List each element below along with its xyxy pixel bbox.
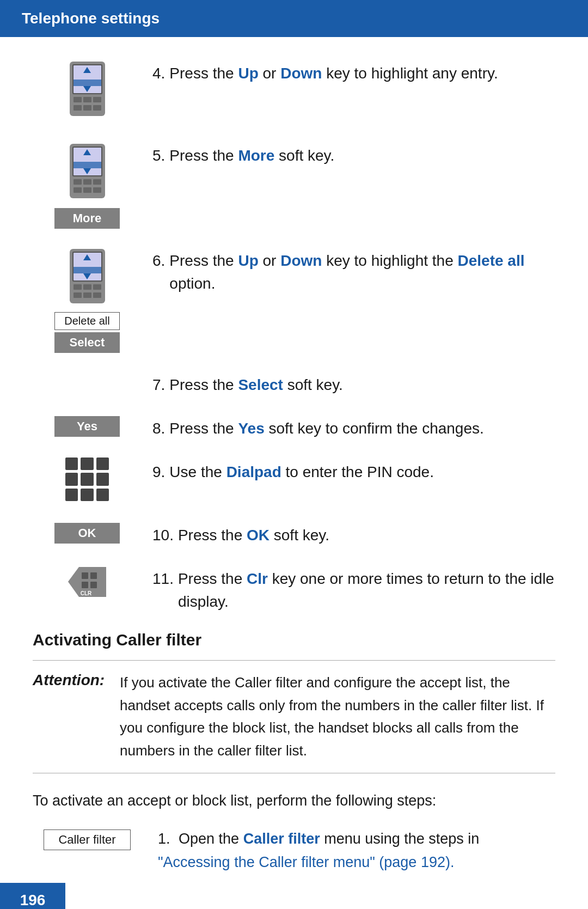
step-9-number: 9. xyxy=(152,461,165,484)
step-4-instruction: Press the Up or Down key to highlight an… xyxy=(169,62,498,85)
svg-rect-6 xyxy=(93,97,101,102)
step-5-instruction: Press the More soft key. xyxy=(169,144,334,167)
step-10-row: OK 10. Press the OK soft key. xyxy=(33,521,555,547)
svg-rect-28 xyxy=(74,284,82,290)
step-4-number: 4. xyxy=(152,62,165,85)
svg-rect-37 xyxy=(82,572,88,579)
step-5-row: More 5. Press the More soft key. xyxy=(33,141,555,229)
svg-rect-38 xyxy=(90,572,97,579)
step-4-text: 4. Press the Up or Down key to highlight… xyxy=(142,59,555,85)
attention-label: Attention: xyxy=(33,672,120,689)
step-9-content: 9. Use the Dialpad to enter the PIN code… xyxy=(152,461,555,484)
step-7-row: 7. Press the Select soft key. xyxy=(33,370,555,396)
step-5-icon-col: More xyxy=(33,141,142,229)
content-area: 4. Press the Up or Down key to highlight… xyxy=(0,59,588,909)
step-4-down-key: Down xyxy=(280,65,322,82)
caller-filter-instruction: Open the Caller filter menu using the st… xyxy=(158,831,479,870)
svg-rect-19 xyxy=(74,187,82,193)
step-6-content: 6. Press the Up or Down key to highlight… xyxy=(152,249,555,295)
page-title: Telephone settings xyxy=(22,10,160,27)
step-11-row: CLR 11. Press the Clr key one or more ti… xyxy=(33,564,555,613)
step-4-icon-stack xyxy=(62,59,113,124)
caller-filter-link[interactable]: "Accessing the Caller filter menu" (page… xyxy=(158,854,454,870)
ok-softkey: OK xyxy=(54,523,120,544)
step-10-text: 10. Press the OK soft key. xyxy=(142,521,555,547)
svg-rect-21 xyxy=(93,187,101,193)
step-10-content: 10. Press the OK soft key. xyxy=(152,524,555,547)
step-6-up-key: Up xyxy=(238,252,258,269)
svg-rect-32 xyxy=(83,292,91,298)
step-6-down-key: Down xyxy=(280,252,322,269)
svg-rect-39 xyxy=(82,582,88,588)
dialpad-key-4 xyxy=(65,473,78,485)
step-11-clr-key: Clr xyxy=(247,570,268,587)
page-footer: 196 xyxy=(0,883,65,909)
caller-filter-text: 1. Open the Caller filter menu using the… xyxy=(142,827,555,874)
svg-rect-27 xyxy=(74,267,101,273)
svg-rect-29 xyxy=(83,284,91,290)
step-5-content: 5. Press the More soft key. xyxy=(152,144,555,167)
caller-filter-step-number: 1. xyxy=(158,831,170,847)
step-8-number: 8. xyxy=(152,417,165,440)
caller-filter-row: Caller filter 1. Open the Caller filter … xyxy=(33,827,555,874)
step-4-icon-col xyxy=(33,59,142,124)
more-softkey: More xyxy=(54,208,120,229)
svg-rect-30 xyxy=(93,284,101,290)
step-6-instruction: Press the Up or Down key to highlight th… xyxy=(169,249,555,295)
phone-icon-step6 xyxy=(62,246,113,309)
caller-filter-box: Caller filter xyxy=(44,829,131,850)
step-9-dialpad-key: Dialpad xyxy=(226,463,281,480)
step-8-text: 8. Press the Yes soft key to confirm the… xyxy=(142,414,555,440)
step-6-delete-all: Delete all xyxy=(457,252,524,269)
dialpad-key-8 xyxy=(81,489,93,501)
step-8-instruction: Press the Yes soft key to confirm the ch… xyxy=(169,417,483,440)
step-6-text: 6. Press the Up or Down key to highlight… xyxy=(142,246,555,295)
step-5-text: 5. Press the More soft key. xyxy=(142,141,555,167)
section-heading: Activating Caller filter xyxy=(33,631,555,649)
intro-paragraph: To activate an accept or block list, per… xyxy=(33,790,555,812)
attention-text: If you activate the Caller filter and co… xyxy=(120,672,555,762)
select-softkey: Select xyxy=(54,332,120,353)
page-header: Telephone settings xyxy=(0,0,588,37)
step-6-icon-col: Delete all Select xyxy=(33,246,142,353)
phone-icon-step4 xyxy=(62,59,113,121)
step-8-row: Yes 8. Press the Yes soft key to confirm… xyxy=(33,414,555,440)
step-6-icon-stack: Delete all Select xyxy=(54,246,120,353)
step-7-number: 7. xyxy=(152,374,165,396)
step-5-more-key: More xyxy=(238,147,274,164)
step-4-row: 4. Press the Up or Down key to highlight… xyxy=(33,59,555,124)
step-10-ok-key: OK xyxy=(247,527,270,544)
svg-rect-3 xyxy=(74,80,101,86)
phone-icon-step5 xyxy=(62,141,113,204)
step-8-icon-col: Yes xyxy=(33,414,142,437)
svg-rect-5 xyxy=(83,97,91,102)
clr-icon: CLR xyxy=(65,564,109,602)
step-9-instruction: Use the Dialpad to enter the PIN code. xyxy=(169,461,434,484)
dialpad-icon xyxy=(65,457,109,501)
step-9-icon-col xyxy=(33,457,142,503)
step-10-number: 10. xyxy=(152,524,174,547)
svg-rect-8 xyxy=(83,105,91,111)
step-6-number: 6. xyxy=(152,249,165,272)
svg-text:CLR: CLR xyxy=(81,590,92,596)
caller-filter-highlight: Caller filter xyxy=(243,831,320,847)
step-9-row: 9. Use the Dialpad to enter the PIN code… xyxy=(33,457,555,503)
svg-rect-15 xyxy=(74,162,101,168)
step-11-content: 11. Press the Clr key one or more times … xyxy=(152,568,555,613)
dialpad-key-5 xyxy=(81,473,93,485)
dialpad-key-2 xyxy=(81,457,93,470)
dialpad-key-6 xyxy=(96,473,109,485)
step-11-instruction: Press the Clr key one or more times to r… xyxy=(178,568,555,613)
step-6-row: Delete all Select 6. Press the Up or Dow… xyxy=(33,246,555,353)
svg-rect-4 xyxy=(74,97,82,102)
delete-all-outline: Delete all xyxy=(54,312,120,330)
svg-rect-16 xyxy=(74,179,82,185)
svg-rect-20 xyxy=(83,187,91,193)
step-4-content: 4. Press the Up or Down key to highlight… xyxy=(152,62,555,85)
step-10-icon-col: OK xyxy=(33,521,142,544)
svg-rect-7 xyxy=(74,105,82,111)
caller-filter-icon-col: Caller filter xyxy=(33,827,142,850)
step-8-yes-key: Yes xyxy=(238,420,264,437)
step-7-content: 7. Press the Select soft key. xyxy=(152,374,555,396)
step-11-text: 11. Press the Clr key one or more times … xyxy=(142,564,555,613)
